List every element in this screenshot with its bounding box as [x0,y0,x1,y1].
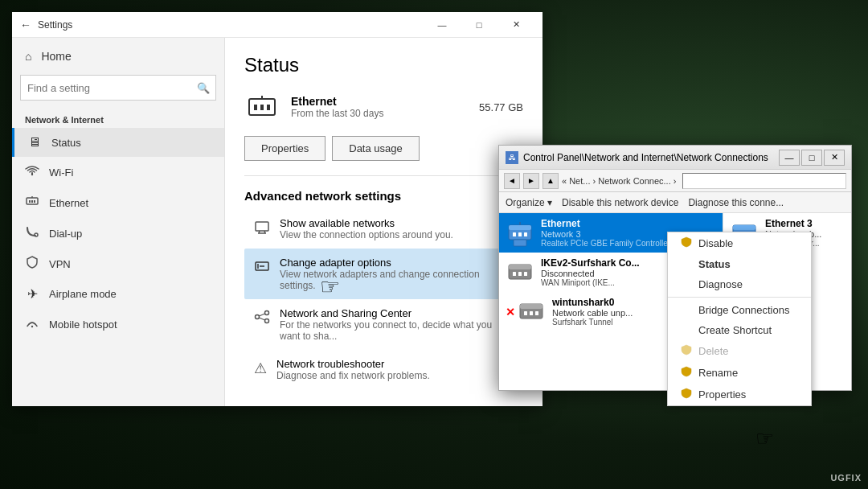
ctx-separator-1 [668,297,811,298]
network-sharing-text: Network and Sharing Center For the netwo… [280,307,514,342]
vpn-icon [25,256,39,272]
sidebar-item-dialup[interactable]: Dial-up [12,218,224,249]
ctx-disable[interactable]: Disable [668,232,811,254]
data-usage-button[interactable]: Data usage [332,136,420,161]
svg-rect-41 [535,311,538,315]
svg-point-0 [31,174,33,175]
sidebar-item-ethernet[interactable]: Ethernet [12,187,224,218]
change-adapter-row[interactable]: Change adapter options View network adap… [244,249,523,299]
ctx-disable-label: Disable [698,237,733,249]
minimize-button[interactable]: — [424,12,461,38]
change-adapter-sub: View network adapters and change connect… [280,269,514,291]
cp-title-text: Control Panel\Network and Internet\Netwo… [523,152,772,163]
sidebar-status-label: Status [51,137,81,149]
cp-address-bar: ◄ ► ▲ « Net... › Network Connec... › [499,170,851,192]
properties-button[interactable]: Properties [244,136,326,161]
cp-diagnose-btn[interactable]: Diagnose this conne... [688,197,784,208]
context-menu: Disable Status Diagnose Bridge Connectio… [667,232,812,406]
search-box: 🔍 [20,75,216,101]
hotspot-icon [25,316,39,332]
close-button[interactable]: ✕ [497,12,534,38]
show-networks-icon [254,219,270,239]
sidebar-item-hotspot[interactable]: Mobile hotspot [12,309,224,339]
sidebar-item-vpn[interactable]: VPN [12,249,224,279]
ctx-properties-label: Properties [698,388,746,401]
cp-icon: 🖧 [506,151,518,164]
troubleshooter-sub: Diagnose and fix network problems. [276,370,430,381]
ctx-status[interactable]: Status [668,254,811,274]
change-adapter-icon [254,258,270,278]
wintun-x-icon: ✕ [506,306,515,318]
ethernet-conn-type: Network 3 [541,229,670,239]
ctx-diagnose-label: Diagnose [698,278,743,290]
sidebar-vpn-label: VPN [49,258,71,270]
search-input[interactable] [20,75,216,101]
svg-point-7 [31,326,33,327]
svg-rect-31 [514,240,526,246]
svg-rect-2 [29,200,31,203]
ctx-shortcut[interactable]: Create Shortcut [668,320,811,340]
svg-rect-13 [256,222,268,231]
ikev2-conn-driver: WAN Miniport (IKE... [541,278,640,287]
data-size: 55.77 GB [479,101,523,113]
back-button[interactable]: ← [20,18,31,31]
wintun-icon-wrap: ✕ [506,298,546,327]
sidebar-wifi-label: Wi-Fi [49,166,73,179]
ctx-delete-label: Delete [698,345,729,357]
cp-organize-btn[interactable]: Organize ▾ [506,197,552,208]
ikev2-conn-icon [506,258,534,287]
cp-minimize[interactable]: — [779,150,800,166]
cp-up-btn[interactable]: ▲ [542,173,559,189]
wintun-conn-type: Network cable unp... [552,308,633,318]
cp-address-input[interactable] [682,173,846,189]
troubleshooter-row[interactable]: ⚠ Network troubleshooter Diagnose and fi… [244,350,523,389]
cp-close[interactable]: ✕ [824,150,845,166]
settings-window: ← Settings — □ ✕ ⌂ Home 🔍 Network & Inte… [12,12,542,406]
status-info: Ethernet From the last 30 days [291,95,468,119]
ctx-bridge[interactable]: Bridge Connections [668,300,811,320]
sidebar-item-wifi[interactable]: Wi-Fi [12,157,224,187]
cp-forward-btn[interactable]: ► [523,173,539,189]
svg-line-24 [259,318,265,320]
change-adapter-title: Change adapter options [280,257,514,269]
cp-maximize[interactable]: □ [801,150,822,166]
cp-back-btn[interactable]: ◄ [504,173,520,189]
ikev2-conn-info: IKEv2-Surfshark Co... Disconnected WAN M… [541,257,640,287]
wintun-conn-info: wintunshark0 Network cable unp... Surfsh… [552,297,633,327]
ctx-properties[interactable]: Properties [668,384,811,405]
main-content: Status Ethernet From the last 30 days [225,38,542,406]
show-networks-row[interactable]: Show available networks View the connect… [244,209,523,249]
troubleshooter-icon: ⚠ [254,360,267,377]
title-bar: ← Settings — □ ✕ [12,12,542,38]
svg-point-6 [35,233,38,236]
ikev2-conn-type: Disconnected [541,269,640,278]
svg-rect-34 [513,272,516,276]
airplane-icon: ✈ [25,286,39,302]
shield-disable-icon [681,236,692,250]
wifi-icon [25,164,39,180]
svg-rect-4 [34,200,35,203]
troubleshooter-text: Network troubleshooter Diagnose and fix … [276,358,430,381]
maximize-button[interactable]: □ [461,12,497,38]
ethernet3-conn-name: Ethernet 3 [765,218,821,229]
sidebar-hotspot-label: Mobile hotspot [49,318,117,331]
ctx-status-label: Status [698,258,731,270]
ethernet-conn-driver: Realtek PCIe GBE Family Controller [541,239,670,248]
sidebar-item-status[interactable]: 🖥 Status [12,128,224,157]
sidebar-item-airplane[interactable]: ✈ Airplane mode [12,279,224,309]
divider [244,175,523,176]
troubleshooter-title: Network troubleshooter [276,358,430,370]
svg-rect-29 [524,232,527,236]
title-bar-left: ← Settings [20,18,72,31]
network-sharing-sub: For the networks you connect to, decide … [280,319,514,342]
ctx-bridge-label: Bridge Connections [698,304,789,316]
ctx-rename[interactable]: Rename [668,362,811,384]
sidebar-item-home[interactable]: ⌂ Home [12,42,224,71]
advanced-section-title: Advanced network settings [244,189,523,203]
ethernet-conn-name: Ethernet [541,218,670,229]
svg-rect-28 [518,232,522,236]
ctx-diagnose[interactable]: Diagnose [668,274,811,294]
network-sharing-row[interactable]: Network and Sharing Center For the netwo… [244,299,523,350]
shield-properties-icon [681,388,692,401]
cp-disable-btn[interactable]: Disable this network device [562,197,678,208]
